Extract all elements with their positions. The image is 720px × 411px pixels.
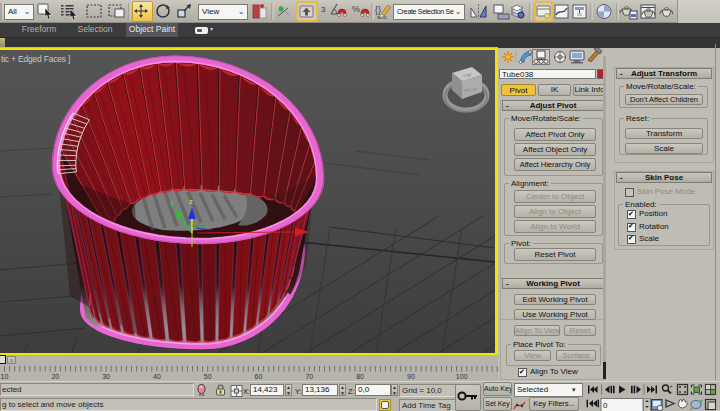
svg-text:40: 40	[153, 373, 161, 380]
svg-text:y: y	[170, 198, 174, 207]
svg-text:60: 60	[255, 373, 263, 380]
svg-text:10: 10	[1, 373, 9, 380]
svg-text:80: 80	[356, 373, 364, 380]
svg-text:90: 90	[407, 373, 415, 380]
svg-text:0: 0	[603, 401, 608, 410]
svg-text:z: z	[189, 197, 193, 206]
svg-text:30: 30	[102, 373, 110, 380]
svg-text:%: %	[352, 4, 360, 14]
svg-text:+: +	[670, 383, 673, 389]
svg-text:20: 20	[51, 373, 59, 380]
svg-text:3: 3	[321, 5, 326, 14]
svg-text:100: 100	[456, 373, 468, 380]
svg-text:70: 70	[305, 373, 313, 380]
svg-text:50: 50	[204, 373, 212, 380]
